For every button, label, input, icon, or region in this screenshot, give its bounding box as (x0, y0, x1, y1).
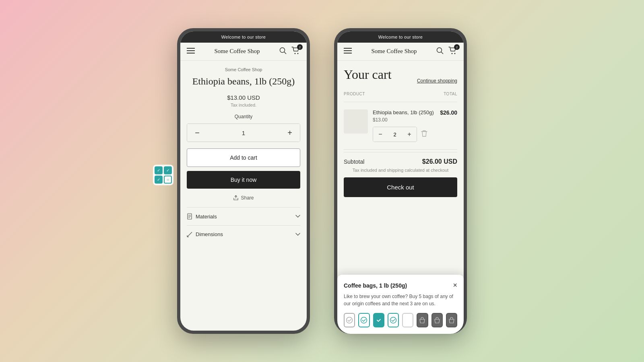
cart-badge-left: 2 (297, 44, 303, 50)
cart-columns-header: PRODUCT TOTAL (344, 88, 457, 99)
svg-point-24 (390, 317, 396, 323)
svg-rect-0 (187, 48, 195, 49)
search-icon-right[interactable] (436, 47, 444, 56)
popup-icon-5[interactable] (402, 313, 413, 327)
svg-rect-1 (187, 50, 195, 51)
mini-icon-check3: ✓ (155, 175, 163, 183)
quantity-label: Quantity (187, 114, 300, 119)
cart-qty-decrease[interactable]: − (373, 127, 388, 142)
svg-line-18 (441, 52, 443, 54)
subtotal-row: Subtotal $26.00 USD (344, 152, 457, 168)
popup-icon-2[interactable] (358, 313, 369, 327)
svg-rect-16 (344, 53, 352, 53)
checkout-button[interactable]: Check out (344, 177, 457, 197)
svg-rect-15 (344, 50, 352, 51)
menu-icon[interactable] (187, 48, 195, 55)
cart-divider-top (344, 102, 457, 102)
phone-right: Welcome to our store Some Coffee Shop (334, 28, 467, 334)
announcement-bar-right: Welcome to our store (337, 31, 464, 43)
popup-overlay: Coffee bags, 1 lb (250g) × Like to brew … (337, 275, 464, 334)
svg-point-22 (361, 317, 367, 323)
product-price: $13.00 USD (187, 94, 300, 101)
svg-line-4 (284, 52, 286, 54)
popup-icon-7[interactable] (431, 313, 443, 327)
cart-icon-wrap-left[interactable]: 2 (291, 47, 300, 56)
svg-point-23 (376, 317, 382, 323)
cart-item-total: $26.00 (440, 109, 457, 116)
product-tax: Tax included. (187, 103, 300, 107)
cart-title: Your cart (344, 67, 392, 82)
popup-close-button[interactable]: × (453, 281, 457, 290)
svg-point-17 (437, 48, 442, 53)
popup-icons-row (344, 313, 457, 327)
accordion-materials[interactable]: Materials (187, 207, 300, 225)
header-icons-left: 2 (279, 47, 300, 56)
mini-icon-check2: ✓ (164, 166, 172, 174)
popup-header: Coffee bags, 1 lb (250g) × (344, 281, 457, 290)
share-label: Share (241, 195, 254, 201)
col-product-label: PRODUCT (344, 92, 365, 96)
share-row[interactable]: Share (187, 195, 300, 201)
quantity-increase-btn[interactable]: + (280, 124, 300, 142)
popup-title: Coffee bags, 1 lb (250g) (344, 282, 407, 289)
search-icon[interactable] (279, 47, 287, 56)
svg-point-19 (452, 53, 453, 54)
header-logo-left: Some Coffee Shop (195, 47, 279, 56)
mini-icon-circle: ○ (164, 175, 172, 183)
accordion-dimensions[interactable]: Dimensions (187, 225, 300, 243)
popup-icon-3[interactable] (373, 313, 384, 327)
cart-divider-bottom (344, 149, 457, 150)
popup-desc: Like to brew your own coffee? Buy 5 bags… (344, 293, 457, 307)
materials-label: Materials (196, 214, 217, 220)
subtotal-label: Subtotal (344, 158, 364, 165)
buy-now-button[interactable]: Buy it now (187, 171, 300, 189)
svg-point-3 (280, 48, 285, 53)
cart-item-delete-btn[interactable] (421, 130, 427, 139)
popup-icon-8[interactable] (446, 313, 457, 327)
svg-point-20 (454, 53, 456, 54)
cart-qty-value: 2 (388, 132, 402, 138)
header-logo-right: Some Coffee Shop (352, 47, 436, 56)
product-title: Ethiopia beans, 1lb (250g) (187, 75, 300, 88)
product-vendor: Some Coffee Shop (187, 67, 300, 72)
cart-item-thumbnail (344, 109, 368, 134)
popup-icon-1[interactable] (344, 313, 355, 327)
cart-item: Ethiopia beans, 1lb (250g) $13.00 − 2 + (344, 105, 457, 147)
cart-qty-increase[interactable]: + (402, 127, 417, 142)
popup-icon-4[interactable] (388, 313, 399, 327)
cart-icon-wrap-right[interactable]: 2 (448, 47, 457, 56)
quantity-control: − 1 + (187, 123, 300, 142)
mini-icon-check1: ✓ (155, 166, 163, 174)
header-icons-right: 2 (436, 47, 457, 56)
subtotal-value: $26.00 USD (422, 158, 457, 165)
dimensions-label: Dimensions (196, 231, 223, 237)
accordion-chevron-dimensions (295, 233, 300, 236)
popup-icon-6[interactable] (417, 313, 428, 327)
cart-item-info: Ethiopia beans, 1lb (250g) $13.00 − 2 + (373, 109, 435, 142)
quantity-value: 1 (207, 130, 280, 136)
product-content: Some Coffee Shop Ethiopia beans, 1lb (25… (180, 61, 307, 331)
header-right: Some Coffee Shop 2 (337, 43, 464, 61)
svg-rect-2 (187, 53, 195, 53)
svg-line-11 (187, 232, 192, 237)
header-left: Some Coffee Shop 2 (180, 43, 307, 61)
svg-rect-14 (344, 48, 352, 49)
menu-icon-right[interactable] (344, 48, 352, 55)
cart-qty-control: − 2 + (373, 127, 417, 142)
phone-left: ✓ ✓ ✓ ○ Welcome to our store Some Coffee… (177, 28, 310, 334)
cart-item-name: Ethiopia beans, 1lb (250g) (373, 109, 435, 115)
quantity-decrease-btn[interactable]: − (187, 124, 207, 142)
mini-icon-overlay: ✓ ✓ ✓ ○ (153, 165, 173, 185)
col-total-label: TOTAL (444, 92, 457, 96)
svg-point-21 (347, 317, 353, 323)
svg-point-6 (297, 53, 299, 54)
svg-point-5 (295, 53, 296, 54)
cart-badge-right: 2 (454, 44, 460, 50)
accordion-chevron-materials (295, 215, 300, 218)
add-to-cart-button[interactable]: Add to cart (187, 148, 300, 167)
announcement-bar-left: Welcome to our store (180, 31, 307, 43)
tax-note: Tax included and shipping calculated at … (344, 168, 457, 173)
cart-item-price: $13.00 (373, 117, 435, 123)
continue-shopping-link[interactable]: Continue shopping (417, 78, 457, 84)
